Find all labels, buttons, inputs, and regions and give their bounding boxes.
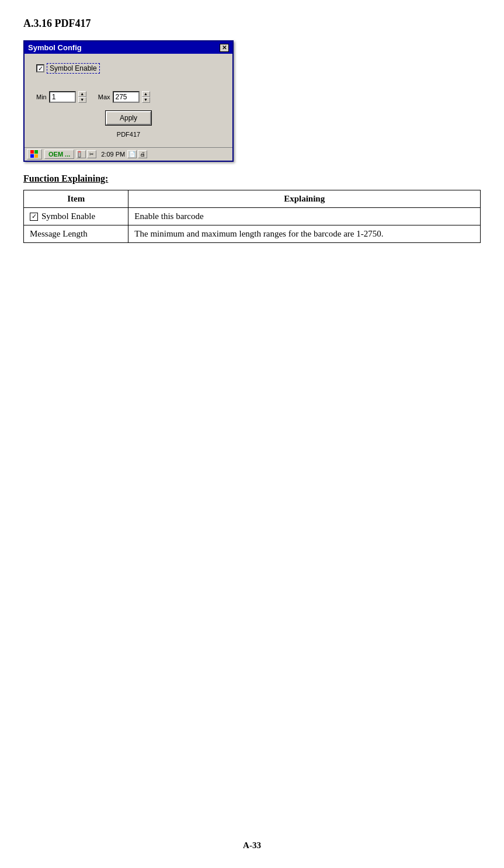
min-spin-up[interactable]: ▲ (78, 91, 86, 97)
max-spin-up[interactable]: ▲ (142, 91, 150, 97)
table-cell-item-0: Symbol Enable (24, 208, 128, 225)
apply-button[interactable]: Apply (106, 111, 151, 125)
table-cell-item-1: Message Length (24, 225, 128, 243)
taskbar-extra-icons: 📄 🖨 (127, 150, 147, 158)
max-input[interactable] (113, 91, 140, 103)
explanation-table: Item Explaining Symbol EnableEnable this… (23, 190, 481, 243)
taskbar-icon-print[interactable]: 🖨 (138, 150, 147, 158)
min-label: Min (36, 93, 47, 100)
svg-rect-3 (34, 154, 38, 158)
taskbar-icon-doc[interactable]: 📄 (127, 150, 137, 158)
apply-row: Apply (36, 111, 221, 125)
table-cell-explaining-0: Enable this barcode (128, 208, 481, 225)
taskbar: OEM ... ✂ 2:09 PM 📄 🖨 (25, 147, 232, 161)
table-header-item: Item (24, 190, 128, 208)
dialog-body: Symbol Enable Min ▲ ▼ Max ▲ ▼ (25, 54, 232, 147)
min-spin-buttons: ▲ ▼ (78, 91, 86, 103)
table-cell-explaining-1: The minimum and maximum length ranges fo… (128, 225, 481, 243)
table-row: Symbol EnableEnable this barcode (24, 208, 481, 225)
table-row-item-label-0: Symbol Enable (41, 211, 95, 221)
close-button[interactable]: ✕ (220, 44, 229, 52)
barcode-name-label: PDF417 (36, 131, 221, 138)
function-explaining-label: Function Explaining: (23, 173, 481, 184)
table-row: Message LengthThe minimum and maximum le… (24, 225, 481, 243)
start-button[interactable] (27, 149, 42, 159)
oem-button[interactable]: OEM ... (44, 150, 74, 159)
max-label: Max (98, 93, 110, 100)
table-header-explaining: Explaining (128, 190, 481, 208)
svg-rect-1 (34, 150, 38, 154)
min-field-group: Min ▲ ▼ (36, 91, 86, 103)
symbol-enable-label: Symbol Enable (47, 63, 100, 74)
symbol-enable-row: Symbol Enable (36, 63, 221, 74)
item-cell-0: Symbol Enable (30, 211, 122, 221)
windows-flag-icon (30, 150, 39, 158)
svg-rect-2 (30, 154, 34, 158)
max-spin-buttons: ▲ ▼ (142, 91, 150, 103)
max-spin-down[interactable]: ▼ (142, 97, 150, 103)
page-title: A.3.16 PDF417 (23, 18, 481, 30)
svg-rect-6 (78, 151, 81, 152)
table-row-checkbox-0[interactable] (30, 213, 38, 221)
min-input[interactable] (49, 91, 76, 103)
dialog-titlebar: Symbol Config ✕ (25, 41, 232, 54)
taskbar-time: 2:09 PM (101, 151, 125, 158)
page-footer: A-33 (0, 841, 504, 850)
dialog-window: Symbol Config ✕ Symbol Enable Min ▲ ▼ Ma… (23, 40, 234, 162)
symbol-enable-checkbox[interactable] (36, 64, 44, 72)
taskbar-icon-scissors[interactable]: ✂ (87, 150, 96, 158)
taskbar-icon-pencil[interactable] (77, 150, 86, 158)
taskbar-icons: ✂ (77, 150, 96, 158)
max-field-group: Max ▲ ▼ (98, 91, 150, 103)
minmax-row: Min ▲ ▼ Max ▲ ▼ (36, 91, 221, 103)
min-spin-down[interactable]: ▼ (78, 97, 86, 103)
svg-rect-0 (30, 150, 34, 154)
dialog-title: Symbol Config (28, 43, 82, 52)
svg-marker-5 (78, 157, 81, 158)
